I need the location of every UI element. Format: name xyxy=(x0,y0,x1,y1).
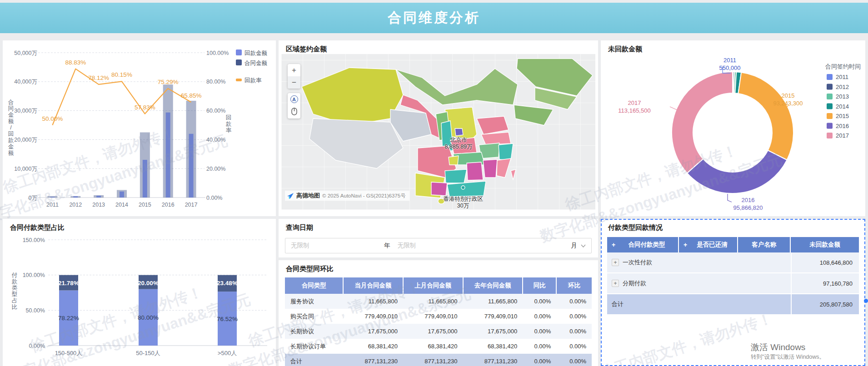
column-header[interactable]: 客户名称 xyxy=(738,237,791,252)
region-liaoning[interactable] xyxy=(514,105,553,125)
region-tibet[interactable] xyxy=(309,119,403,168)
region-taiwan[interactable] xyxy=(511,169,516,180)
chevron-down-icon[interactable] xyxy=(581,244,586,247)
map-mouse-mode-button[interactable] xyxy=(288,105,300,118)
svg-text:50.00%: 50.00% xyxy=(26,307,45,314)
svg-text:550,000: 550,000 xyxy=(719,64,741,71)
panel-payment-type-table[interactable]: 付款类型回款情况 +合同付款类型+是否已还清客户名称未回款金额+一次性付款108… xyxy=(601,219,865,366)
expand-all-icon[interactable]: + xyxy=(683,241,687,248)
cell-value: 0.00% xyxy=(523,339,556,354)
svg-text:类: 类 xyxy=(12,285,18,291)
panel-contract-type-table: 合同类型同环比 合同类型当月合同金额上月合同金额去年合同金额同比环比服务协议11… xyxy=(279,260,598,366)
svg-text:0万: 0万 xyxy=(29,195,37,201)
row-label: 分期付款 xyxy=(623,279,646,287)
svg-text:20.00%: 20.00% xyxy=(206,166,225,172)
donut-slice-2015 xyxy=(738,72,793,160)
panel-payment-type-share: 合同付款类型占比 0.00%50.00%100.00%150.00%21.78%… xyxy=(3,219,276,366)
donut-chart[interactable]: 2011550,000201593,243,300201695,866,8202… xyxy=(601,40,865,216)
column-header[interactable]: 合同类型 xyxy=(285,277,343,294)
resize-handle[interactable] xyxy=(864,299,868,303)
region-hongkong[interactable] xyxy=(461,186,465,189)
region-guangdong[interactable] xyxy=(447,181,486,197)
region-shandong[interactable] xyxy=(477,116,509,134)
region-jiangxi[interactable] xyxy=(483,159,497,178)
svg-text:款: 款 xyxy=(8,137,14,143)
region-fujian[interactable] xyxy=(497,158,511,178)
table-row[interactable]: 长期协议17,675,00017,675,00017,675,0000.00%0… xyxy=(285,324,592,339)
cell-value: 0.00% xyxy=(556,354,592,366)
column-header[interactable]: 环比 xyxy=(556,277,592,294)
region-chongqing[interactable] xyxy=(449,156,459,165)
table-row[interactable]: 服务协议11,665,80011,665,80011,665,8000.00%0… xyxy=(285,294,592,309)
region-xinjiang[interactable] xyxy=(302,68,403,125)
cell-value: 17,675,000 xyxy=(343,324,403,339)
table-row[interactable]: +分期付款97,160,780 xyxy=(607,273,859,294)
table-row[interactable]: 合计205,807,580 xyxy=(607,294,859,315)
column-header[interactable]: 去年合同金额 xyxy=(463,277,523,294)
table-row[interactable]: 合计877,131,230877,131,230877,131,2300.00%… xyxy=(285,354,592,366)
region-guizhou[interactable] xyxy=(445,169,467,183)
svg-text:同: 同 xyxy=(8,105,14,112)
cell-value: 779,409,010 xyxy=(403,309,463,324)
column-header[interactable]: +合同付款类型 xyxy=(607,237,679,252)
region-guangxi[interactable] xyxy=(431,182,447,196)
expand-all-icon[interactable]: + xyxy=(612,241,615,248)
svg-text:75.29%: 75.29% xyxy=(158,79,179,85)
svg-text:2011: 2011 xyxy=(46,202,59,208)
region-heilongjiang[interactable] xyxy=(517,59,593,96)
month-input-placeholder[interactable]: 无限制 xyxy=(398,242,571,250)
map-overview-button[interactable]: A xyxy=(288,93,300,105)
svg-text:>500人: >500人 xyxy=(218,350,237,356)
combo-chart[interactable]: 0万10,000万20,000万30,000万40,000万50,000万0.0… xyxy=(3,40,276,216)
china-map[interactable]: 北京市 8,885.89万 香港特别行政区 30万 + − A xyxy=(281,54,595,210)
cell-value: 68,381,420 xyxy=(343,339,403,354)
svg-text:57.83%: 57.83% xyxy=(135,104,155,111)
column-header[interactable]: 未回款金额 xyxy=(791,237,859,252)
svg-text:2014: 2014 xyxy=(836,103,849,110)
contract-table-wrap: 合同类型当月合同金额上月合同金额去年合同金额同比环比服务协议11,665,800… xyxy=(285,277,592,366)
cell-value: 877,131,230 xyxy=(403,354,463,366)
region-zhejiang[interactable] xyxy=(499,143,513,160)
expand-row-icon[interactable]: + xyxy=(612,259,619,266)
cell-value: 0.00% xyxy=(523,324,556,339)
stacked-bar-chart[interactable]: 0.00%50.00%100.00%150.00%21.78%78.22%150… xyxy=(3,219,276,366)
column-header-label: 客户名称 xyxy=(738,241,790,249)
cell-value: 0.00% xyxy=(556,339,592,354)
donut-slice-2017 xyxy=(672,72,733,173)
map-zoom-out-button[interactable]: − xyxy=(288,76,300,89)
map-zoom-in-button[interactable]: + xyxy=(288,64,300,76)
table-row[interactable]: 长期协议订单68,381,42068,381,42068,381,4200.00… xyxy=(285,339,592,354)
cell-value: 17,675,000 xyxy=(403,324,463,339)
table-row[interactable]: 购买合同779,409,010779,409,010779,409,0100.0… xyxy=(285,309,592,324)
panel-contract-repayment-chart: 0万10,000万20,000万30,000万40,000万50,000万0.0… xyxy=(3,40,276,216)
date-range-input[interactable]: 无限制 年 无限制 月 xyxy=(285,238,592,253)
svg-text:21.78%: 21.78% xyxy=(58,280,79,287)
row-label: 合计 xyxy=(612,300,624,308)
column-header[interactable]: 当月合同金额 xyxy=(343,277,403,294)
svg-text:额: 额 xyxy=(8,150,14,156)
svg-text:65.85%: 65.85% xyxy=(181,92,202,99)
row-label: 一次性付款 xyxy=(623,258,652,267)
svg-text:2011: 2011 xyxy=(836,74,848,80)
svg-text:2016: 2016 xyxy=(162,202,175,208)
expand-row-icon[interactable]: + xyxy=(612,280,619,287)
svg-text:40.00%: 40.00% xyxy=(206,137,225,143)
cell-value: 205,807,580 xyxy=(791,294,859,314)
column-header[interactable]: 同比 xyxy=(523,277,556,294)
svg-text:回: 回 xyxy=(226,114,232,121)
region-hunan[interactable] xyxy=(467,162,483,180)
amap-brand[interactable]: 高德地图 xyxy=(296,192,320,200)
svg-text:0.00%: 0.00% xyxy=(29,343,45,349)
contract-type-table[interactable]: 合同类型当月合同金额上月合同金额去年合同金额同比环比服务协议11,665,800… xyxy=(285,277,592,366)
column-header[interactable]: +是否已还清 xyxy=(679,237,738,252)
table-row[interactable]: +一次性付款108,646,800 xyxy=(607,252,859,273)
year-input-placeholder[interactable]: 无限制 xyxy=(291,242,384,250)
payment-type-table[interactable]: +合同付款类型+是否已还清客户名称未回款金额+一次性付款108,646,800+… xyxy=(607,237,859,315)
region-beijing[interactable] xyxy=(455,129,463,136)
column-header[interactable]: 上月合同金额 xyxy=(403,277,463,294)
region-jiangsu[interactable] xyxy=(481,132,511,145)
circle-a-icon: A xyxy=(290,95,298,103)
cell-value: 779,409,010 xyxy=(463,309,523,324)
svg-text:93,243,300: 93,243,300 xyxy=(773,100,803,107)
column-header-label: 是否已还清 xyxy=(687,241,737,249)
